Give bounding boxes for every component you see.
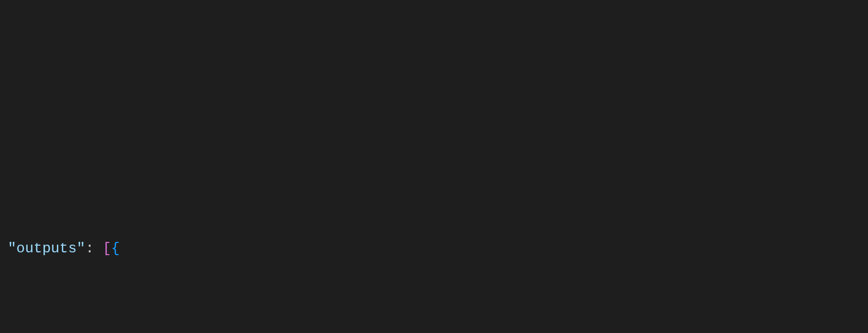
punct: : [85,236,102,262]
brace: { [111,236,120,262]
code-line[interactable]: "outputs": [{ [8,236,868,262]
bracket: [ [103,236,112,262]
code-editor[interactable]: "outputs": [{ "condition": "classificati… [0,103,868,333]
json-key: "outputs" [8,236,85,262]
